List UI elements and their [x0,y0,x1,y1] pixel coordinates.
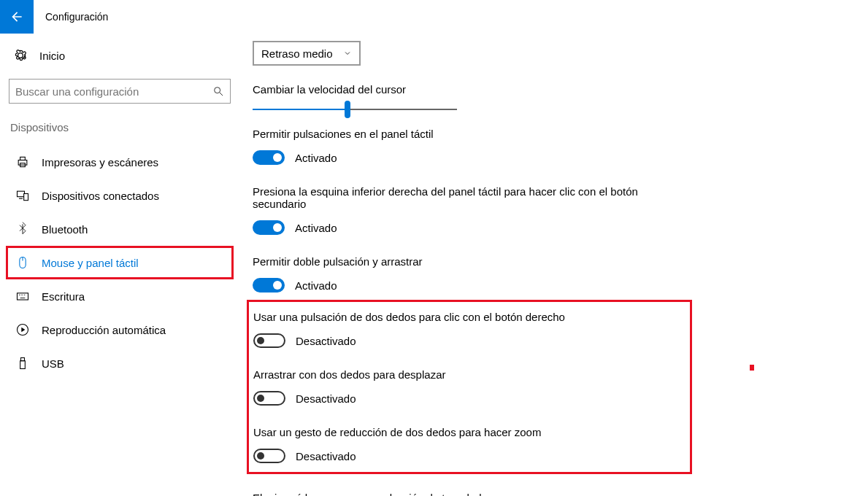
bluetooth-icon [15,222,30,236]
svg-rect-6 [24,194,28,201]
sidebar-item-printers[interactable]: Impresoras y escáneres [6,145,234,179]
svg-line-1 [220,93,223,96]
category-header: Dispositivos [6,121,234,133]
back-button[interactable] [0,0,34,34]
corner-click-toggle[interactable] [253,220,285,235]
svg-marker-16 [21,328,25,333]
toggle-state: Desactivado [296,392,356,405]
sidebar-item-usb[interactable]: USB [6,346,234,380]
usb-icon [15,356,30,371]
titlebar: Configuración [0,0,868,34]
sidebar-item-typing[interactable]: Escritura [6,279,234,313]
slider-thumb[interactable] [345,101,350,118]
svg-rect-5 [18,191,25,197]
toggle-label: Permitir pulsaciones en el panel táctil [253,128,839,140]
three-finger-label: Elegir qué hacer con una pulsación de tr… [253,492,839,496]
dropdown-label: Retraso medio [261,47,333,60]
highlighted-options-group: Usar una pulsación de dos dedos para cli… [247,300,692,474]
mouse-icon [15,255,30,270]
sidebar-item-label: Bluetooth [42,223,88,236]
main-content: Retraso medio Cambiar la velocidad del c… [239,41,868,496]
two-finger-scroll-toggle[interactable] [253,391,285,406]
gear-icon [13,48,28,63]
arrow-left-icon [9,9,24,24]
printer-icon [15,155,30,169]
window-title: Configuración [45,11,108,23]
two-finger-zoom-toggle[interactable] [253,449,285,463]
double-tap-drag-toggle[interactable] [253,278,285,292]
home-link[interactable]: Inicio [6,41,234,70]
sidebar-item-connected[interactable]: Dispositivos conectados [6,179,234,212]
sidebar-item-label: Dispositivos conectados [42,190,159,202]
sidebar-item-label: Mouse y panel táctil [42,257,139,269]
sidebar-item-label: Impresoras y escáneres [42,156,158,168]
sidebar-item-mouse-touchpad[interactable]: Mouse y panel táctil [6,246,234,279]
home-label: Inicio [39,50,65,62]
toggle-label: Usar un gesto de reducción de dos dedos … [253,426,688,438]
svg-point-0 [215,88,220,93]
sidebar-item-autoplay[interactable]: Reproducción automática [6,313,234,346]
toggle-state: Activado [295,279,337,292]
toggle-label: Presiona la esquina inferior derecha del… [253,185,661,210]
svg-rect-17 [21,358,25,361]
red-marker [750,365,754,371]
two-finger-right-toggle[interactable] [253,333,285,348]
devices-icon [15,188,30,203]
toggle-label: Permitir doble pulsación y arrastrar [253,255,839,268]
cursor-speed-slider[interactable] [253,109,457,110]
search-box[interactable] [9,79,231,104]
toggle-state: Desactivado [296,335,356,347]
allow-taps-toggle[interactable] [253,150,285,165]
sidebar-item-label: Escritura [42,290,85,303]
svg-rect-18 [20,361,26,369]
toggle-label: Usar una pulsación de dos dedos para cli… [253,311,688,323]
svg-rect-2 [18,160,27,166]
toggle-state: Desactivado [296,450,356,462]
autoplay-icon [15,322,30,337]
toggle-label: Arrastrar con dos dedos para desplazar [253,368,688,381]
search-input[interactable] [15,85,212,98]
search-icon [212,85,224,97]
keyboard-icon [15,289,30,303]
svg-rect-10 [18,293,28,300]
chevron-down-icon [343,49,352,58]
sidebar: Inicio Dispositivos Impresoras y escáner… [0,41,239,496]
toggle-state: Activado [295,222,337,234]
delay-dropdown[interactable]: Retraso medio [253,41,361,66]
sidebar-item-label: USB [42,357,64,370]
toggle-state: Activado [295,152,337,164]
svg-rect-3 [20,157,26,160]
cursor-speed-label: Cambiar la velocidad del cursor [253,83,839,96]
sidebar-item-label: Reproducción automática [42,324,166,336]
sidebar-item-bluetooth[interactable]: Bluetooth [6,212,234,246]
